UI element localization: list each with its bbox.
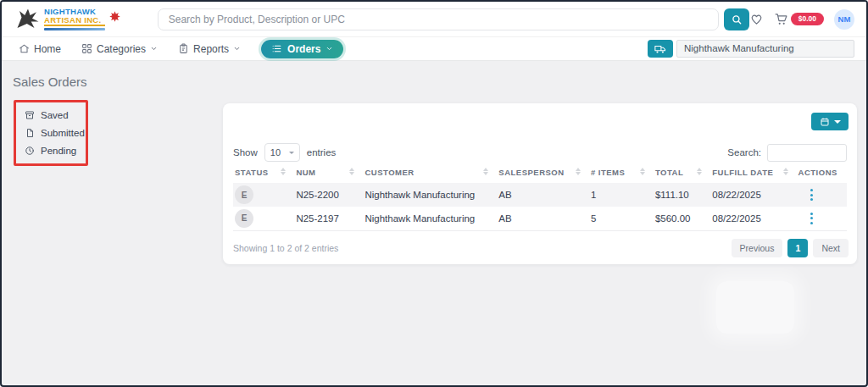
nav-item-orders-active[interactable]: Orders <box>261 40 343 58</box>
app-window: NIGHTHAWK ARTISAN INC. <box>0 0 868 387</box>
nav-item-reports[interactable]: Reports <box>178 43 241 55</box>
logo-text: NIGHTHAWK ARTISAN INC. <box>44 8 105 30</box>
row-actions-button[interactable] <box>805 185 818 204</box>
table-search-label: Search: <box>727 147 761 158</box>
search-icon <box>731 14 743 25</box>
filter-label: Submitted <box>41 128 85 138</box>
entries-label: entries <box>307 147 337 158</box>
home-icon <box>19 43 30 54</box>
cart-button[interactable] <box>774 12 788 26</box>
next-page-button[interactable]: Next <box>813 239 849 257</box>
page-size-value: 10 <box>270 147 281 158</box>
orders-table: STATUS NUM CUSTOMER SALESPERSON # ITEMS … <box>233 164 847 231</box>
table-header-row: STATUS NUM CUSTOMER SALESPERSON # ITEMS … <box>233 164 847 183</box>
logo-line2: ARTISAN INC. <box>44 16 105 27</box>
col-salesperson[interactable]: SALESPERSON <box>497 164 589 183</box>
col-total[interactable]: TOTAL <box>654 164 710 183</box>
filter-pending[interactable]: Pending <box>25 146 77 156</box>
table-search-control: Search: <box>727 144 847 162</box>
order-items: 1 <box>589 183 654 207</box>
status-badge: E <box>235 209 253 228</box>
cart-total-badge[interactable]: $0.00 <box>791 13 824 25</box>
nav-item-label: Categories <box>97 43 146 55</box>
col-num[interactable]: NUM <box>294 164 363 183</box>
filter-submitted[interactable]: Submitted <box>25 128 77 138</box>
nav-item-label: Orders <box>287 43 320 55</box>
chevron-down-icon <box>834 120 841 124</box>
chevron-down-icon <box>289 152 294 154</box>
page-size-select[interactable]: 10 <box>264 143 300 162</box>
calendar-icon <box>820 117 830 127</box>
date-filter-button[interactable] <box>811 113 849 130</box>
sort-icon <box>697 168 702 175</box>
order-fulfill-date: 08/22/2025 <box>710 207 796 230</box>
chevron-down-icon <box>233 45 241 53</box>
show-label: Show <box>233 147 258 158</box>
cart-group: $0.00 <box>774 12 824 26</box>
col-items[interactable]: # ITEMS <box>589 164 654 183</box>
order-salesperson: AB <box>497 207 589 230</box>
chevron-down-icon <box>150 45 158 53</box>
order-status-filter-box: Saved Submitted Pending <box>14 100 88 166</box>
sort-icon <box>640 168 645 175</box>
file-icon <box>25 128 35 138</box>
filter-saved[interactable]: Saved <box>25 110 77 120</box>
logo-tagline-bar <box>44 28 105 30</box>
page-size-control: Show 10 entries <box>233 143 336 162</box>
sort-icon <box>349 168 354 175</box>
table-row[interactable]: E N25-2200 Nighthawk Manufacturing AB 1 … <box>233 183 847 207</box>
truck-icon <box>654 44 666 54</box>
order-fulfill-date: 08/22/2025 <box>710 183 796 207</box>
company-selector: Nighthawk Manufacturing <box>648 40 866 58</box>
order-customer: Nighthawk Manufacturing <box>363 207 497 230</box>
top-bar: NIGHTHAWK ARTISAN INC. <box>2 2 866 37</box>
sort-icon <box>281 168 286 175</box>
company-switch-button[interactable] <box>648 40 673 58</box>
order-num: N25-2197 <box>294 207 363 230</box>
order-num: N25-2200 <box>294 183 363 207</box>
eagle-logo-icon <box>15 7 41 32</box>
global-search <box>158 8 749 30</box>
table-row[interactable]: E N25-2197 Nighthawk Manufacturing AB 5 … <box>233 207 847 230</box>
previous-page-button[interactable]: Previous <box>732 239 783 257</box>
maple-leaf-icon <box>108 10 121 23</box>
status-badge: E <box>235 185 253 204</box>
filter-label: Saved <box>41 110 69 120</box>
page-title: Sales Orders <box>13 75 87 89</box>
nav-item-label: Home <box>34 43 61 55</box>
col-status[interactable]: STATUS <box>233 164 294 183</box>
top-icons: $0.00 NM <box>749 9 866 30</box>
nav-item-categories[interactable]: Categories <box>81 43 158 55</box>
clock-icon <box>25 146 35 156</box>
order-items: 5 <box>589 207 654 230</box>
orders-panel: Show 10 entries Search: S <box>223 103 857 264</box>
search-button[interactable] <box>724 8 749 30</box>
company-name-field[interactable]: Nighthawk Manufacturing <box>676 40 854 58</box>
product-search-input[interactable] <box>158 8 719 30</box>
company-logo[interactable]: NIGHTHAWK ARTISAN INC. <box>2 7 149 32</box>
order-total: $111.10 <box>654 183 710 207</box>
sort-icon <box>483 168 488 175</box>
page-number-button[interactable]: 1 <box>787 239 808 257</box>
heart-icon <box>749 12 764 26</box>
pagination: Previous 1 Next <box>732 239 849 257</box>
list-icon <box>271 43 282 54</box>
cart-icon <box>774 12 788 26</box>
col-customer[interactable]: CUSTOMER <box>363 164 497 183</box>
order-salesperson: AB <box>497 183 589 207</box>
wishlist-button[interactable] <box>749 12 764 26</box>
archive-icon <box>25 110 35 120</box>
chevron-down-icon <box>326 45 333 53</box>
row-actions-button[interactable] <box>805 209 818 228</box>
orders-table-wrap: STATUS NUM CUSTOMER SALESPERSON # ITEMS … <box>233 164 847 231</box>
col-fulfill-date[interactable]: FULFILL DATE <box>710 164 796 183</box>
table-search-input[interactable] <box>767 144 847 162</box>
user-avatar[interactable]: NM <box>834 9 854 30</box>
nav-item-home[interactable]: Home <box>19 43 61 55</box>
nav-items: Home Categories Reports <box>2 40 343 58</box>
entries-summary: Showing 1 to 2 of 2 entries <box>233 243 338 253</box>
sort-icon <box>576 168 581 175</box>
clipboard-icon <box>178 43 189 54</box>
grid-icon <box>81 43 92 54</box>
col-actions: ACTIONS <box>797 164 847 183</box>
